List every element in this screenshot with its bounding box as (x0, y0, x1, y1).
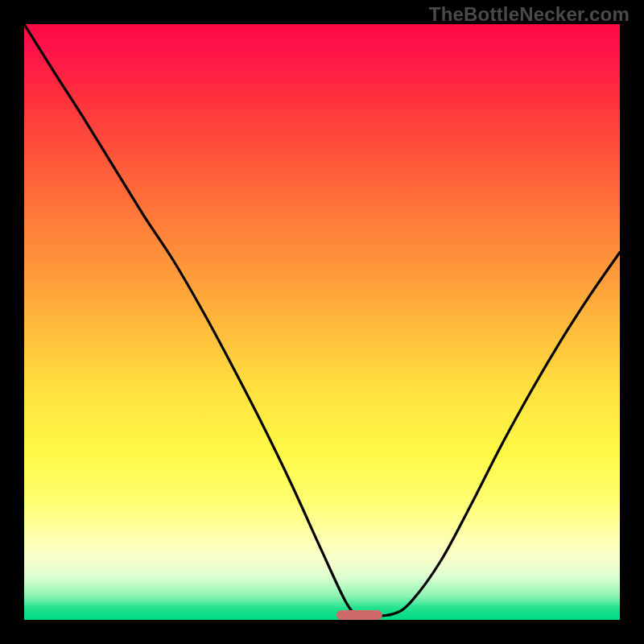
bottleneck-curve (24, 24, 620, 617)
plot-area (24, 24, 620, 620)
chart-frame: TheBottleNecker.com (0, 0, 644, 644)
curve-layer (24, 24, 620, 620)
watermark-text: TheBottleNecker.com (429, 3, 630, 26)
optimum-marker (336, 610, 383, 620)
